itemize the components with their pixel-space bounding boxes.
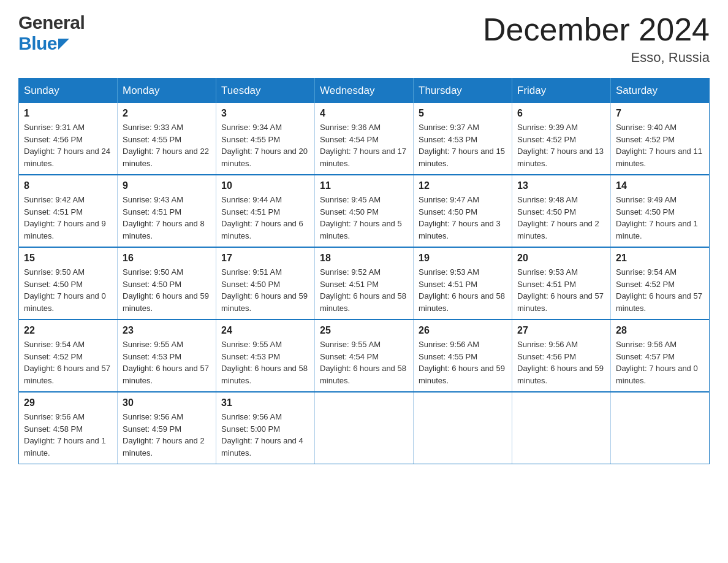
title-area: December 2024 Esso, Russia [483,12,710,66]
day-of-week-friday: Friday [512,79,611,104]
calendar-cell: 8Sunrise: 9:42 AMSunset: 4:51 PMDaylight… [19,175,118,247]
day-number: 9 [123,180,211,191]
day-number: 5 [419,108,507,119]
day-number: 31 [221,397,309,408]
day-of-week-thursday: Thursday [414,79,512,104]
day-info: Sunrise: 9:55 AMSunset: 4:54 PMDaylight:… [320,339,408,386]
day-info: Sunrise: 9:56 AMSunset: 5:00 PMDaylight:… [221,411,309,459]
calendar-cell: 10Sunrise: 9:44 AMSunset: 4:51 PMDayligh… [216,175,315,247]
calendar-cell: 15Sunrise: 9:50 AMSunset: 4:50 PMDayligh… [19,247,118,320]
day-number: 3 [221,108,309,119]
day-number: 25 [320,325,408,336]
calendar-cell: 21Sunrise: 9:54 AMSunset: 4:52 PMDayligh… [611,247,710,320]
day-info: Sunrise: 9:42 AMSunset: 4:51 PMDaylight:… [24,194,112,242]
week-row-3: 15Sunrise: 9:50 AMSunset: 4:50 PMDayligh… [19,247,710,320]
day-number: 13 [517,180,605,191]
day-info: Sunrise: 9:50 AMSunset: 4:50 PMDaylight:… [123,266,211,314]
calendar-cell: 25Sunrise: 9:55 AMSunset: 4:54 PMDayligh… [315,320,414,392]
day-number: 18 [320,253,408,264]
calendar-cell [512,392,611,464]
calendar-cell: 16Sunrise: 9:50 AMSunset: 4:50 PMDayligh… [118,247,216,320]
day-number: 7 [616,108,704,119]
day-number: 24 [221,325,309,336]
day-number: 10 [221,180,309,191]
day-number: 21 [616,253,704,264]
day-number: 1 [24,108,112,119]
calendar-cell: 18Sunrise: 9:52 AMSunset: 4:51 PMDayligh… [315,247,414,320]
day-info: Sunrise: 9:31 AMSunset: 4:56 PMDaylight:… [24,121,112,169]
day-info: Sunrise: 9:54 AMSunset: 4:52 PMDaylight:… [24,339,112,386]
day-number: 11 [320,180,408,191]
calendar-cell: 31Sunrise: 9:56 AMSunset: 5:00 PMDayligh… [216,392,315,464]
days-of-week-row: SundayMondayTuesdayWednesdayThursdayFrid… [19,79,710,104]
day-number: 26 [419,325,507,336]
logo-triangle-icon [58,39,69,50]
day-info: Sunrise: 9:50 AMSunset: 4:50 PMDaylight:… [24,266,112,314]
page-header: General Blue December 2024 Esso, Russia [18,12,710,66]
calendar-cell: 1Sunrise: 9:31 AMSunset: 4:56 PMDaylight… [19,103,118,175]
day-info: Sunrise: 9:56 AMSunset: 4:59 PMDaylight:… [123,411,211,459]
calendar-cell: 28Sunrise: 9:56 AMSunset: 4:57 PMDayligh… [611,320,710,392]
day-info: Sunrise: 9:36 AMSunset: 4:54 PMDaylight:… [320,121,408,169]
day-info: Sunrise: 9:55 AMSunset: 4:53 PMDaylight:… [221,339,309,386]
day-info: Sunrise: 9:53 AMSunset: 4:51 PMDaylight:… [517,266,605,314]
day-of-week-sunday: Sunday [19,79,118,104]
day-info: Sunrise: 9:39 AMSunset: 4:52 PMDaylight:… [517,121,605,169]
day-info: Sunrise: 9:37 AMSunset: 4:53 PMDaylight:… [419,121,507,169]
calendar-cell: 24Sunrise: 9:55 AMSunset: 4:53 PMDayligh… [216,320,315,392]
day-number: 6 [517,108,605,119]
day-of-week-wednesday: Wednesday [315,79,414,104]
day-number: 29 [24,397,112,408]
day-of-week-monday: Monday [118,79,216,104]
day-number: 8 [24,180,112,191]
calendar-cell: 7Sunrise: 9:40 AMSunset: 4:52 PMDaylight… [611,103,710,175]
day-info: Sunrise: 9:34 AMSunset: 4:55 PMDaylight:… [221,121,309,169]
day-info: Sunrise: 9:56 AMSunset: 4:55 PMDaylight:… [419,339,507,386]
calendar-cell: 26Sunrise: 9:56 AMSunset: 4:55 PMDayligh… [414,320,512,392]
day-info: Sunrise: 9:56 AMSunset: 4:56 PMDaylight:… [517,339,605,386]
calendar-cell [315,392,414,464]
week-row-5: 29Sunrise: 9:56 AMSunset: 4:58 PMDayligh… [19,392,710,464]
logo-blue-line: Blue [18,33,85,54]
week-row-2: 8Sunrise: 9:42 AMSunset: 4:51 PMDaylight… [19,175,710,247]
day-number: 14 [616,180,704,191]
day-info: Sunrise: 9:56 AMSunset: 4:57 PMDaylight:… [616,339,704,386]
day-info: Sunrise: 9:48 AMSunset: 4:50 PMDaylight:… [517,194,605,242]
day-info: Sunrise: 9:40 AMSunset: 4:52 PMDaylight:… [616,121,704,169]
day-of-week-tuesday: Tuesday [216,79,315,104]
day-info: Sunrise: 9:52 AMSunset: 4:51 PMDaylight:… [320,266,408,314]
calendar-cell: 17Sunrise: 9:51 AMSunset: 4:50 PMDayligh… [216,247,315,320]
calendar-cell: 5Sunrise: 9:37 AMSunset: 4:53 PMDaylight… [414,103,512,175]
day-info: Sunrise: 9:45 AMSunset: 4:50 PMDaylight:… [320,194,408,242]
day-info: Sunrise: 9:53 AMSunset: 4:51 PMDaylight:… [419,266,507,314]
day-number: 28 [616,325,704,336]
logo: General Blue [18,12,85,54]
calendar-cell: 11Sunrise: 9:45 AMSunset: 4:50 PMDayligh… [315,175,414,247]
day-info: Sunrise: 9:56 AMSunset: 4:58 PMDaylight:… [24,411,112,459]
calendar-cell: 19Sunrise: 9:53 AMSunset: 4:51 PMDayligh… [414,247,512,320]
day-of-week-saturday: Saturday [611,79,710,104]
day-info: Sunrise: 9:49 AMSunset: 4:50 PMDaylight:… [616,194,704,242]
location-label: Esso, Russia [483,50,710,66]
calendar-cell: 30Sunrise: 9:56 AMSunset: 4:59 PMDayligh… [118,392,216,464]
calendar-cell: 6Sunrise: 9:39 AMSunset: 4:52 PMDaylight… [512,103,611,175]
calendar-cell: 27Sunrise: 9:56 AMSunset: 4:56 PMDayligh… [512,320,611,392]
calendar-cell: 20Sunrise: 9:53 AMSunset: 4:51 PMDayligh… [512,247,611,320]
day-info: Sunrise: 9:43 AMSunset: 4:51 PMDaylight:… [123,194,211,242]
calendar-cell: 29Sunrise: 9:56 AMSunset: 4:58 PMDayligh… [19,392,118,464]
day-info: Sunrise: 9:47 AMSunset: 4:50 PMDaylight:… [419,194,507,242]
day-info: Sunrise: 9:54 AMSunset: 4:52 PMDaylight:… [616,266,704,314]
day-number: 15 [24,253,112,264]
day-number: 23 [123,325,211,336]
day-number: 4 [320,108,408,119]
calendar-cell: 2Sunrise: 9:33 AMSunset: 4:55 PMDaylight… [118,103,216,175]
calendar-cell: 23Sunrise: 9:55 AMSunset: 4:53 PMDayligh… [118,320,216,392]
day-number: 30 [123,397,211,408]
day-number: 2 [123,108,211,119]
calendar-cell: 12Sunrise: 9:47 AMSunset: 4:50 PMDayligh… [414,175,512,247]
calendar-cell [414,392,512,464]
day-info: Sunrise: 9:44 AMSunset: 4:51 PMDaylight:… [221,194,309,242]
week-row-4: 22Sunrise: 9:54 AMSunset: 4:52 PMDayligh… [19,320,710,392]
calendar-cell: 14Sunrise: 9:49 AMSunset: 4:50 PMDayligh… [611,175,710,247]
calendar-cell: 13Sunrise: 9:48 AMSunset: 4:50 PMDayligh… [512,175,611,247]
